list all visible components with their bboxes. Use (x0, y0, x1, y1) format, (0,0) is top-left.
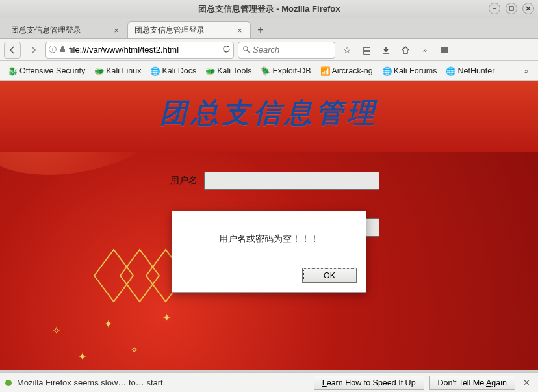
bookmark-item[interactable]: 🐲Kali Linux (90, 63, 145, 79)
bookmark-label: NetHunter (457, 66, 494, 75)
overflow-toolbar-button[interactable]: » (417, 42, 433, 58)
window-title: 团总支信息管理登录 - Mozilla Firefox (198, 3, 340, 15)
bookmark-label: Kali Forums (394, 66, 437, 75)
alert-message: 用户名或密码为空！！！ (172, 211, 366, 262)
bookmark-label: Offensive Security (19, 66, 85, 75)
status-dot-icon (5, 380, 12, 386)
url-input[interactable] (69, 45, 220, 55)
reader-view-icon[interactable]: ▤ (359, 42, 374, 58)
search-icon (242, 44, 250, 56)
back-button[interactable] (4, 42, 21, 59)
downloads-icon[interactable] (378, 42, 394, 58)
globe-icon: 🌐 (446, 66, 455, 75)
window-close-button[interactable] (522, 3, 534, 14)
info-icon[interactable]: ⓘ (49, 44, 57, 55)
tab-label: 团总支信息管理登录 (11, 25, 81, 36)
alert-ok-button[interactable]: OK (302, 268, 357, 283)
dismiss-button[interactable]: Don't Tell Me Again (429, 376, 515, 390)
bookmark-item[interactable]: 🐉Offensive Security (4, 63, 89, 79)
globe-icon: 🌐 (382, 66, 391, 75)
svg-point-4 (244, 46, 248, 50)
window-minimize-button[interactable] (489, 3, 500, 14)
bookmark-item[interactable]: 🌐Kali Docs (146, 63, 200, 79)
svg-line-5 (248, 51, 250, 53)
browser-tab[interactable]: 团总支信息管理登录 × (127, 21, 251, 38)
wifi-icon: 📶 (320, 66, 329, 75)
url-bar[interactable]: ⓘ (45, 42, 234, 59)
alert-dialog: 用户名或密码为空！！！ OK (172, 211, 366, 293)
bookmark-item[interactable]: 🪲Exploit-DB (257, 63, 314, 79)
alert-overlay: 用户名或密码为空！！！ OK (0, 81, 538, 370)
bookmark-star-icon[interactable]: ☆ (339, 42, 355, 58)
dragon-icon: 🐉 (8, 66, 17, 75)
bookmark-label: Kali Docs (162, 66, 196, 75)
svg-rect-1 (509, 7, 513, 10)
bookmarks-overflow-button[interactable]: » (519, 63, 534, 79)
close-tab-icon[interactable]: × (112, 27, 120, 34)
bookmark-item[interactable]: 🐲Kali Tools (201, 63, 255, 79)
home-icon[interactable] (398, 42, 413, 58)
bookmark-label: Kali Linux (106, 66, 141, 75)
lock-icon (59, 46, 66, 55)
slow-start-infobar: Mozilla Firefox seems slow… to… start. L… (0, 372, 538, 392)
dragon-icon: 🐲 (94, 66, 103, 75)
dragon-icon: 🐲 (205, 66, 214, 75)
forward-button[interactable] (25, 42, 42, 59)
infobar-message: Mozilla Firefox seems slow… to… start. (17, 378, 309, 387)
infobar-close-icon[interactable]: ✕ (520, 378, 533, 387)
bug-icon: 🪲 (261, 66, 270, 75)
new-tab-button[interactable]: + (253, 23, 268, 37)
bookmarks-bar: 🐉Offensive Security 🐲Kali Linux 🌐Kali Do… (0, 61, 538, 81)
window-maximize-button[interactable] (506, 3, 517, 14)
globe-icon: 🌐 (150, 66, 159, 75)
close-tab-icon[interactable]: × (236, 27, 244, 34)
window-titlebar: 团总支信息管理登录 - Mozilla Firefox (0, 0, 538, 18)
search-bar[interactable] (238, 42, 335, 59)
bookmark-label: Aircrack-ng (332, 66, 373, 75)
bookmark-label: Kali Tools (217, 66, 251, 75)
bookmark-label: Exploit-DB (272, 66, 311, 75)
learn-label: earn How to Speed It Up (327, 378, 416, 387)
reload-button[interactable] (222, 45, 231, 55)
tab-bar: 团总支信息管理登录 × 团总支信息管理登录 × + (0, 18, 538, 39)
bookmark-item[interactable]: 📶Aircrack-ng (316, 63, 377, 79)
bookmark-item[interactable]: 🌐Kali Forums (378, 63, 441, 79)
nav-toolbar: ⓘ ☆ ▤ » (0, 39, 538, 61)
learn-more-button[interactable]: Learn How to Speed It Up (314, 376, 424, 390)
browser-tab[interactable]: 团总支信息管理登录 × (4, 21, 127, 38)
menu-button[interactable] (437, 42, 452, 58)
page-content: 团总支信息管理 ✦✦ ✧✦ ✧ 用户名 密码 登录 重置 用户名或密码为空！！！… (0, 81, 538, 370)
bookmark-item[interactable]: 🌐NetHunter (442, 63, 498, 79)
tab-label: 团总支信息管理登录 (134, 25, 205, 36)
